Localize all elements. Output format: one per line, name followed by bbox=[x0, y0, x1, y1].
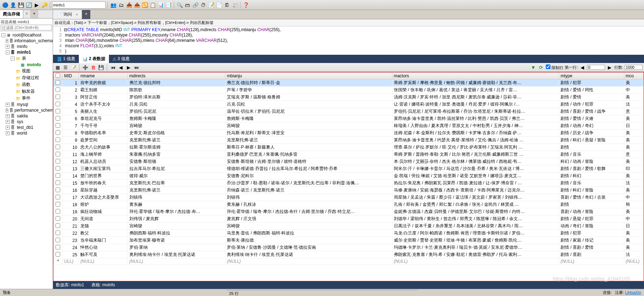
form-view-icon[interactable]: ☰ bbox=[62, 64, 69, 71]
row-checkbox[interactable] bbox=[56, 252, 60, 257]
table-row[interactable]: 3阿甘正传罗伯特·泽米吉斯艾瑞克·罗斯 / 温斯顿·格鲁姆汤姆·汉克斯 / 罗宾… bbox=[54, 94, 644, 101]
tool-new-icon[interactable]: 🔵 bbox=[1, 1, 9, 9]
column-header[interactable]: mactors bbox=[392, 73, 559, 79]
data-grid[interactable]: MIDmnamemdirectsmbianjumactorsmtypemco 1… bbox=[53, 72, 644, 265]
table-row[interactable]: 21龙猫宫崎骏宫崎骏日高法子 / 坂本千夏 / 糸井重里 / 岛本须美 / 北林… bbox=[54, 223, 644, 230]
tool-exec-icon[interactable]: ▶ bbox=[33, 1, 40, 9]
table-row[interactable]: 12机器人总动员安德鲁·斯坦顿安德鲁·斯坦顿 / 吉姆·里尔顿 / 彼特·道格特… bbox=[54, 158, 644, 165]
tool-m-icon[interactable]: 📝 bbox=[207, 1, 215, 9]
row-checkbox[interactable] bbox=[56, 188, 60, 192]
table-row[interactable]: 18熔炉黄东赫黄东赫 / 孔枝泳孔侑 / 郑有美 / 金贤秀 / 郑仁絮 / 白… bbox=[54, 201, 644, 208]
tool-k-icon[interactable]: 🔗 bbox=[192, 1, 199, 9]
limit-checkbox[interactable]: 限制行 bbox=[546, 64, 563, 71]
tab-info1[interactable]: 📘 1 信息 bbox=[53, 55, 79, 63]
sidebar-tab-add-icon[interactable]: + bbox=[30, 10, 38, 18]
tool-a-icon[interactable]: 👥 bbox=[110, 1, 117, 9]
first-icon[interactable]: ⏮ bbox=[110, 64, 116, 71]
tree-node[interactable]: mvinfo bbox=[1, 62, 52, 68]
table-row[interactable]: 1肖申克的救赎弗兰克·德拉邦特弗兰克·德拉邦特 / 斯蒂芬·金蒂姆·罗宾斯 / … bbox=[54, 79, 644, 87]
first-prev-icon[interactable]: ◀ bbox=[579, 64, 586, 71]
tool-o-icon[interactable]: 🗓 bbox=[223, 1, 230, 9]
table-row[interactable]: 25触不可及奥利维埃·纳卡什 / 埃里克·托莱达诺奥利维埃·纳卡什 / 埃里克·… bbox=[54, 251, 644, 258]
column-header[interactable]: mname bbox=[79, 73, 128, 79]
table-row[interactable]: 8辛德勒的名单史蒂文·斯皮尔伯格托马斯·肯尼利 / 斯蒂文·泽里安连姆·尼森 /… bbox=[54, 130, 644, 137]
tool-key-icon[interactable]: 🔑 bbox=[41, 1, 48, 9]
query-tab[interactable]: 📄 询问× bbox=[53, 10, 82, 19]
row-checkbox[interactable] bbox=[56, 159, 60, 164]
row-checkbox[interactable] bbox=[56, 87, 60, 92]
row-checkbox[interactable] bbox=[56, 209, 60, 214]
tree-node[interactable]: +sakila bbox=[1, 113, 52, 119]
tree-node[interactable]: +information_schema bbox=[1, 38, 52, 44]
tool-j-icon[interactable]: 🗃 bbox=[184, 1, 191, 9]
tool-e-icon[interactable]: 🔁 bbox=[141, 1, 148, 9]
tree-node[interactable]: +world bbox=[1, 130, 52, 136]
row-checkbox[interactable] bbox=[56, 231, 60, 235]
table-row[interactable]: 23当幸福来敲门加布里埃莱·穆奇诺斯蒂夫·康拉德威尔·史密斯 / 贾登·史密斯 … bbox=[54, 237, 644, 244]
prev-icon[interactable]: ◀ bbox=[118, 64, 124, 71]
sidebar-tab[interactable]: 爬虫存储 bbox=[0, 10, 23, 18]
tree-node[interactable]: -表 bbox=[1, 55, 52, 62]
table-row[interactable]: 11海上钢琴师朱塞佩·托纳多雷亚利桑德罗·巴里克 / 朱塞佩·托纳多雷蒂姆·罗斯… bbox=[54, 151, 644, 158]
row-checkbox[interactable] bbox=[56, 223, 60, 228]
tool-g-icon[interactable]: 📊 bbox=[157, 1, 164, 9]
tab-info2[interactable]: ⚠ 3 信息 bbox=[109, 55, 133, 63]
reload-icon[interactable]: ⟳ bbox=[538, 64, 544, 71]
sql-editor[interactable]: 12345 ⊟CREATE TABLE mvinfo(MID INT PRIMA… bbox=[53, 26, 644, 55]
table-row[interactable]: 20无间道刘伟强 / 麦兆辉麦兆辉 / 庄文强刘德华 / 梁朝伟 / 黄秋生 /… bbox=[54, 215, 644, 223]
query-tab-add-icon[interactable]: + bbox=[82, 10, 90, 19]
filter-icon[interactable]: ▼ bbox=[530, 64, 536, 71]
text-view-icon[interactable]: 📝 bbox=[70, 64, 77, 71]
table-row[interactable]: 24怦然心动罗伯·莱纳罗伯·莱纳 / 安德鲁·沙因曼 / 文德琳·范·德拉安南玛… bbox=[54, 244, 644, 251]
filter-input[interactable] bbox=[1, 25, 52, 30]
last-icon[interactable]: ⏭ bbox=[133, 64, 140, 71]
table-row[interactable]: 6泰坦尼克号詹姆斯·卡梅隆詹姆斯·卡梅隆莱昂纳多·迪卡普里奥 / 凯特·温丝莱特… bbox=[54, 115, 644, 122]
column-header[interactable]: mbianju bbox=[225, 73, 392, 79]
tool-refresh-icon[interactable]: 🔄 bbox=[25, 1, 32, 9]
save-row-icon[interactable]: 💾 bbox=[98, 64, 104, 71]
tool-l-icon[interactable]: ⏱ bbox=[200, 1, 207, 9]
table-row[interactable]: 7千与千寻宫崎骏宫崎骏柊瑠美 / 入野自由 / 夏木真理 / 菅原文太 / 中村… bbox=[54, 122, 644, 130]
row-checkbox[interactable] bbox=[56, 116, 60, 121]
tool-h-icon[interactable]: 📑 bbox=[165, 1, 172, 9]
row-checkbox[interactable] bbox=[56, 109, 60, 113]
first-row-input[interactable] bbox=[587, 65, 605, 70]
row-checkbox[interactable] bbox=[56, 238, 60, 242]
row-checkbox[interactable] bbox=[56, 123, 60, 128]
table-row[interactable]: 15放牛班的春天克里斯托夫·巴拉蒂乔治·沙普罗 / 勒·惠勒 / 诺埃-诺尔 /… bbox=[54, 180, 644, 187]
tree-node[interactable]: 视图 bbox=[1, 68, 52, 74]
table-row[interactable]: 4这个杀手不太冷吕克·贝松吕克·贝松让·雷诺 / 娜塔莉·波特曼 / 加里·奥德… bbox=[54, 101, 644, 108]
row-checkbox[interactable] bbox=[56, 173, 60, 178]
table-row[interactable]: 19疯狂动物城拜伦·霍华德 / 瑞奇·摩尔 / 杰拉德·布…拜伦·霍华德 / 瑞… bbox=[54, 208, 644, 215]
row-checkbox[interactable] bbox=[56, 202, 60, 207]
row-checkbox[interactable] bbox=[56, 130, 60, 135]
tool-c-icon[interactable]: 📥 bbox=[125, 1, 133, 9]
column-header[interactable]: MID bbox=[62, 73, 78, 79]
tree-node[interactable]: +performance_schema bbox=[1, 107, 52, 113]
table-row[interactable]: 5美丽人生罗伯托·贝尼尼温琴佐·切拉米 / 罗伯托·贝尼尼罗伯托·贝尼尼 / 尼… bbox=[54, 108, 644, 115]
database-combo[interactable] bbox=[52, 1, 106, 9]
row-checkbox[interactable] bbox=[56, 166, 60, 171]
row-checkbox[interactable] bbox=[56, 216, 60, 221]
tree-node[interactable]: +sys bbox=[1, 119, 52, 125]
row-checkbox[interactable] bbox=[56, 137, 60, 142]
select-all-checkbox[interactable] bbox=[56, 73, 60, 78]
row-checkbox[interactable] bbox=[56, 80, 60, 85]
row-checkbox[interactable] bbox=[56, 195, 60, 199]
sidebar-tab-close-icon[interactable]: × bbox=[23, 10, 30, 18]
tree-node[interactable]: 函数 bbox=[1, 81, 52, 88]
table-row[interactable]: 10忠犬八公的故事拉斯·霍尔斯道姆斯蒂芬·P·林赛 / 新藤兼人理查·基尔 / … bbox=[54, 144, 644, 151]
row-checkbox[interactable] bbox=[56, 180, 60, 185]
row-checkbox[interactable] bbox=[56, 152, 60, 156]
table-row[interactable]: 17大话西游之大圣娶亲刘镇伟刘镇伟周星驰 / 吴孟达 / 朱茵 / 蔡少芬 / … bbox=[54, 194, 644, 201]
tree-node[interactable]: 事件 bbox=[1, 95, 52, 102]
column-header[interactable]: mdirects bbox=[128, 73, 225, 79]
tree-node[interactable]: 触发器 bbox=[1, 88, 52, 95]
tool-d-icon[interactable]: 📤 bbox=[133, 1, 140, 9]
tool-q-icon[interactable]: ❓ bbox=[242, 1, 249, 9]
table-row[interactable]: 13三傻大闹宝莱坞拉吉库马尔·希拉尼维德胡·维诺德·乔普拉 / 拉吉库马尔·希拉… bbox=[54, 165, 644, 173]
table-row[interactable]: 22教父弗朗西斯·福特·科波拉马里奥·普佐 / 弗朗西斯·福特·科波拉马龙·白兰… bbox=[54, 230, 644, 237]
delete-row-icon[interactable]: 🗑 bbox=[90, 64, 96, 71]
tree-node[interactable]: +mysql bbox=[1, 102, 52, 107]
tool-save-icon[interactable]: 💾 bbox=[17, 1, 24, 9]
